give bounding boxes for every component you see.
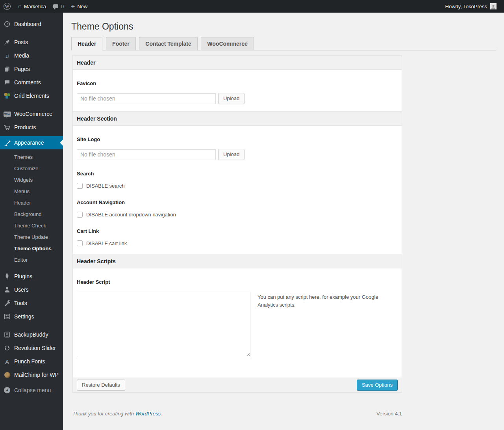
comment-count: 0	[61, 4, 64, 9]
disable-search-checkbox[interactable]	[77, 183, 83, 189]
admin-bar: W ⌂ Marketica 0 + New Howdy, TokoPress	[0, 0, 504, 13]
letter-a-icon: A	[3, 358, 11, 365]
sidebar-item-punch-fonts[interactable]: A Punch Fonts	[0, 355, 63, 368]
comment-bubble-icon	[3, 80, 11, 85]
submenu-item-theme-update[interactable]: Theme Update	[0, 231, 63, 243]
search-field: Search DISABLE search	[73, 171, 402, 189]
sidebar-item-media[interactable]: ♫ Media	[0, 49, 63, 62]
new-content-menu[interactable]: + New	[67, 0, 91, 13]
restore-defaults-button[interactable]: Restore Defaults	[77, 380, 125, 391]
disable-cart-link-checkbox[interactable]	[77, 240, 83, 246]
sidebar-item-tools[interactable]: Tools	[0, 296, 63, 310]
sidebar-item-revolution-slider[interactable]: Revolution Slider	[0, 341, 63, 355]
tab-header[interactable]: Header	[71, 37, 102, 50]
tab-contact-template[interactable]: Contact Template	[139, 37, 197, 50]
grid-elements-icon	[3, 93, 11, 99]
sidebar-item-plugins[interactable]: Plugins	[0, 270, 63, 283]
submenu-item-widgets[interactable]: Widgets	[0, 174, 63, 186]
section-header-section: Header Section	[73, 111, 402, 126]
site-logo-upload-button[interactable]: Upload	[218, 149, 245, 160]
header-script-label: Header Script	[77, 279, 398, 285]
circular-arrows-icon	[3, 345, 11, 351]
submenu-item-themes[interactable]: Themes	[0, 151, 63, 163]
sidebar-item-collapse-menu[interactable]: ◀ Collapse menu	[0, 383, 63, 397]
footer-thanks-text: Thank you for creating with	[72, 411, 135, 417]
account-navigation-label: Account Navigation	[77, 199, 398, 206]
submenu-item-theme-options[interactable]: Theme Options	[0, 243, 63, 254]
woocommerce-icon: Woo	[3, 112, 11, 117]
sidebar-item-label: Tools	[14, 300, 27, 306]
sidebar-item-label: MailChimp for WP	[14, 372, 59, 378]
sidebar-item-label: Posts	[14, 39, 28, 45]
checkbox-label: DISABLE account dropdown navigation	[86, 212, 176, 218]
pin-icon	[3, 39, 11, 45]
submenu-item-header[interactable]: Header	[0, 197, 63, 208]
sidebar-item-pages[interactable]: Pages	[0, 62, 63, 76]
sidebar-item-woocommerce[interactable]: Woo WooCommerce	[0, 107, 63, 121]
my-account-menu[interactable]: Howdy, TokoPress	[442, 0, 500, 13]
disable-search-option: DISABLE search	[77, 183, 398, 189]
section-header: Header	[73, 56, 402, 70]
footer-thanks: Thank you for creating with WordPress.	[72, 411, 162, 417]
submenu-item-customize[interactable]: Customize	[0, 163, 63, 174]
avatar	[490, 3, 497, 9]
plug-icon	[3, 273, 11, 280]
sidebar-item-users[interactable]: Users	[0, 283, 63, 296]
sidebar-item-label: Media	[14, 52, 29, 59]
wordpress-logo-menu[interactable]: W	[0, 0, 14, 13]
save-options-button[interactable]: Save Options	[357, 380, 398, 391]
comments-shortcut[interactable]: 0	[50, 0, 67, 13]
sidebar-item-grid-elements[interactable]: Grid Elements	[0, 89, 63, 102]
user-icon	[3, 287, 11, 293]
main-content: Theme Options Header Footer Contact Temp…	[63, 13, 504, 430]
sidebar-item-mailchimp[interactable]: MailChimp for WP	[0, 368, 63, 382]
sidebar-item-label: Users	[14, 287, 29, 293]
submenu-item-theme-check[interactable]: Theme Check	[0, 220, 63, 231]
sidebar-item-label: BackupBuddy	[14, 331, 48, 338]
sidebar-item-backupbuddy[interactable]: BackupBuddy	[0, 328, 63, 341]
submenu-item-menus[interactable]: Menus	[0, 186, 63, 197]
submenu-item-background[interactable]: Background	[0, 208, 63, 220]
sidebar-item-settings[interactable]: Settings	[0, 310, 63, 323]
site-name-menu[interactable]: ⌂ Marketica	[14, 0, 50, 13]
sidebar-item-label: Dashboard	[14, 21, 41, 27]
appearance-submenu: Themes Customize Widgets Menus Header Ba…	[0, 149, 63, 270]
header-script-description: You can put any script here, for example…	[258, 292, 380, 309]
tab-woocommerce[interactable]: WooCommerce	[201, 37, 254, 50]
tab-footer[interactable]: Footer	[106, 37, 136, 50]
wordpress-logo-icon: W	[4, 3, 11, 10]
section-header-scripts: Header Scripts	[73, 254, 402, 268]
disable-account-nav-option: DISABLE account dropdown navigation	[77, 212, 398, 218]
favicon-upload-button[interactable]: Upload	[218, 93, 245, 104]
sidebar-item-products[interactable]: Products	[0, 121, 63, 134]
sidebar-item-label: Pages	[14, 66, 30, 72]
checkbox-label: DISABLE cart link	[86, 240, 127, 246]
wrench-icon	[3, 300, 11, 306]
sidebar-item-posts[interactable]: Posts	[0, 35, 63, 49]
site-logo-field: Site Logo Upload	[73, 136, 402, 160]
admin-sidebar-menu: Dashboard Posts ♫ Media Pages Comments G…	[0, 13, 63, 430]
footer-version: Version 4.1	[376, 411, 402, 417]
pages-icon	[3, 66, 11, 72]
sidebar-item-label: Revolution Slider	[14, 345, 56, 351]
sidebar-item-label: Grid Elements	[14, 93, 49, 99]
sidebar-item-appearance[interactable]: Appearance	[0, 136, 63, 149]
sidebar-item-dashboard[interactable]: Dashboard	[0, 17, 63, 31]
collapse-arrow-icon: ◀	[3, 387, 11, 393]
cart-link-label: Cart Link	[77, 228, 398, 235]
favicon-file-input[interactable]	[77, 93, 216, 104]
wordpress-link[interactable]: WordPress	[135, 411, 161, 417]
submenu-item-editor[interactable]: Editor	[0, 254, 63, 266]
panel-action-bar: Restore Defaults Save Options	[73, 378, 402, 392]
sidebar-item-comments[interactable]: Comments	[0, 76, 63, 89]
mailchimp-monkey-icon	[3, 372, 11, 378]
search-label: Search	[77, 171, 398, 177]
sidebar-item-label: Products	[14, 124, 36, 130]
cart-link-field: Cart Link DISABLE cart link	[73, 228, 402, 254]
site-logo-file-input[interactable]	[77, 149, 216, 160]
sliders-icon	[3, 313, 11, 320]
sidebar-item-label: Appearance	[14, 140, 44, 146]
header-script-textarea[interactable]	[77, 292, 250, 357]
disable-account-nav-checkbox[interactable]	[77, 212, 83, 218]
page-title: Theme Options	[71, 13, 496, 32]
